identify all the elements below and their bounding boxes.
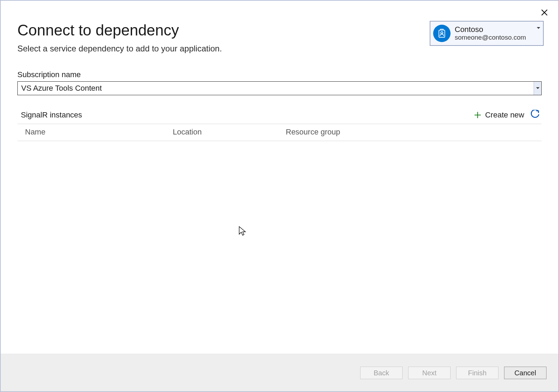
account-email: someone@contoso.com [455,34,537,41]
create-new-label: Create new [485,111,524,120]
subscription-label: Subscription name [17,70,542,79]
instances-label: SignalR instances [21,111,82,120]
cursor-icon [238,226,246,236]
chevron-down-icon [534,82,541,95]
account-selector[interactable]: Contoso someone@contoso.com [430,21,544,46]
dialog-content: Contoso someone@contoso.com Connect to d… [1,1,558,354]
plus-icon [474,111,481,119]
refresh-icon [530,110,540,120]
subscription-value: VS Azure Tools Content [18,82,534,95]
chevron-down-icon [537,24,540,31]
cancel-button[interactable]: Cancel [504,367,546,379]
account-name: Contoso [455,25,537,34]
column-location: Location [173,128,286,137]
dialog-window: Contoso someone@contoso.com Connect to d… [0,0,559,392]
instances-table-header: Name Location Resource group [17,124,542,141]
instances-header-row: SignalR instances Create new [17,110,542,124]
subscription-select[interactable]: VS Azure Tools Content [17,81,542,95]
finish-button: Finish [456,367,499,379]
refresh-button[interactable] [530,110,540,120]
instances-actions: Create new [474,110,540,120]
account-badge-icon [433,25,451,42]
next-button: Next [408,367,451,379]
dialog-footer: Back Next Finish Cancel [1,354,558,391]
column-resource-group: Resource group [286,128,538,137]
create-new-button[interactable]: Create new [474,111,524,120]
back-button: Back [360,367,403,379]
svg-point-3 [441,32,443,34]
column-name: Name [25,128,173,137]
account-text: Contoso someone@contoso.com [455,25,537,41]
